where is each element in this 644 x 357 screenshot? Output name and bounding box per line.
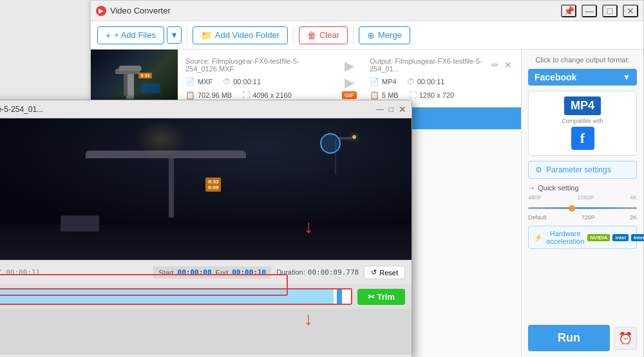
thumbnail-image: 0:33 [91, 50, 178, 107]
source-duration-prop: ⏱ 00:00:11 [223, 77, 261, 86]
trim-dialog: Filmplusgear-FX6-testfile-5-254_01... — … [0, 100, 412, 357]
file-thumbnail: 0:33 [91, 50, 178, 107]
output-format-icon: 📄 [370, 77, 379, 86]
toolbar-divider-1 [187, 26, 187, 44]
gif-badge: GIF [342, 91, 357, 99]
output-res-icon: ⛶ [409, 91, 417, 100]
output-resolution: 1280 x 720 [419, 91, 454, 99]
title-bar-left: ▶ Video Converter [96, 6, 171, 16]
duration-time: 00:00:09.778 [308, 268, 359, 277]
quality-current-val: 720P [582, 214, 595, 221]
output-duration-prop: ⏱ 00:00:11 [407, 77, 445, 86]
merge-button[interactable]: ⊕ Merge [359, 26, 410, 44]
add-icon: + [106, 30, 111, 41]
quality-min-label: 480P [528, 194, 542, 201]
intel-badge-1: intel [612, 234, 628, 241]
app-icon: ▶ [96, 6, 106, 16]
reset-icon: ↺ [371, 268, 377, 277]
dialog-minimize[interactable]: — [376, 105, 384, 114]
toolbar-divider-2 [293, 26, 294, 44]
format-name: Facebook [535, 72, 576, 82]
hw-icon: ⚡ [534, 233, 543, 242]
clip-area: Clip 1 00:00:09 [0, 309, 412, 354]
close-item-button[interactable]: ✕ [503, 59, 513, 71]
dialog-close-button[interactable]: ✕ [399, 104, 406, 114]
source-props-2: 📋 702.96 MB ⛶ 4096 x 2160 [185, 91, 329, 100]
scissors-icon: ✂ [368, 292, 375, 302]
alarm-button[interactable]: ⏰ [614, 327, 637, 350]
run-button[interactable]: Run [528, 325, 610, 351]
output-clock-icon: ⏱ [407, 77, 415, 86]
right-panel: Click to change output format: Facebook … [521, 50, 643, 357]
close-button[interactable]: ✕ [623, 5, 638, 17]
window-controls: 📌 — □ ✕ [561, 5, 638, 17]
clock-icon: ⏱ [223, 77, 231, 86]
source-resolution: 4096 x 2160 [252, 91, 292, 99]
street-light [335, 140, 336, 175]
add-folder-button[interactable]: 📁 Add Video Folder [193, 26, 288, 44]
source-props: 📄 MXF ⏱ 00:00:11 [185, 77, 329, 86]
output-top: Output: Filmplusgear-FX6-testfile-5-254_… [370, 57, 513, 73]
scene-sign: 0:330:09 [205, 178, 221, 192]
end-label: End [216, 269, 229, 277]
hardware-acceleration-button[interactable]: ⚡ Hardware acceleration NVIDIA intel Int… [528, 226, 637, 249]
clear-label: Clear [319, 30, 339, 40]
output-props: 📄 MP4 ⏱ 00:00:11 [370, 77, 513, 86]
duration-section: Duration: 00:00:09.778 [276, 268, 359, 277]
folder-icon: 📁 [201, 30, 212, 41]
reset-button[interactable]: ↺ Reset [364, 266, 405, 279]
trim-bar[interactable] [0, 288, 352, 305]
output-resolution-prop: ⛶ 1280 x 720 [409, 91, 454, 100]
size-icon: 📋 [185, 91, 195, 100]
dialog-titlebar: Filmplusgear-FX6-testfile-5-254_01... — … [0, 100, 412, 118]
dialog-title: Filmplusgear-FX6-testfile-5-254_01... [0, 105, 43, 114]
player-controls: ▶ ▶ 00:00:00 / 00:00:11 Start 00:00:00 E… [0, 260, 412, 284]
mp4-badge: MP4 [564, 96, 601, 115]
format-icon: 📄 [185, 77, 195, 86]
merge-label: Merge [378, 30, 402, 40]
merge-icon: ⊕ [367, 30, 375, 41]
quality-slider-thumb[interactable] [569, 205, 575, 212]
facebook-letter: f [580, 130, 585, 147]
output-size-icon: 📋 [370, 91, 379, 100]
output-path-label: Output: Filmplusgear-FX6-testfile-5-254_… [370, 57, 490, 73]
add-files-button[interactable]: + + Add Files [97, 26, 164, 44]
right-arrow-icon-2: ▶ [345, 75, 354, 90]
convert-arrow-section: ▶ ▶ GIF [337, 50, 362, 107]
add-files-label: + Add Files [114, 30, 156, 40]
format-selector[interactable]: Facebook ▼ [528, 69, 637, 86]
convert-arrow: ▶ ▶ GIF [342, 58, 357, 99]
quality-slider-track[interactable] [528, 207, 637, 209]
output-format: MP4 [382, 78, 397, 86]
thumb-pole [124, 73, 128, 96]
quality-high-val: 2K [630, 214, 637, 221]
edit-output-button[interactable]: ✏ [490, 59, 500, 71]
facebook-logo: f [571, 127, 594, 150]
night-scene: 0:330:09 [0, 118, 412, 260]
clear-button[interactable]: 🗑 Clear [299, 26, 348, 44]
pin-button[interactable]: 📌 [561, 5, 576, 17]
right-arrow-icon: ▶ [345, 58, 354, 73]
street-light-arm [339, 137, 352, 140]
source-size: 702.96 MB [198, 91, 232, 99]
quick-setting-section: → Quick setting 480P 1080P 4K Default 72… [528, 184, 637, 221]
source-format: MXF [198, 78, 213, 86]
thumb-car [141, 84, 160, 93]
nvidia-badge: NVIDIA [587, 234, 610, 241]
output-format-hint: Click to change output format: [528, 56, 637, 64]
trim-handle-right[interactable] [337, 289, 342, 304]
toolbar-divider-3 [353, 26, 354, 44]
minimize-button[interactable]: — [582, 5, 597, 17]
maximize-button[interactable]: □ [602, 5, 618, 17]
dialog-maximize[interactable]: □ [389, 105, 393, 114]
parameter-settings-button[interactable]: ⚙ Parameter settings [528, 161, 637, 179]
start-end-section: Start 00:00:00 End 00:00:10 [153, 266, 271, 279]
source-resolution-prop: ⛶ 4096 x 2160 [242, 91, 292, 100]
clear-icon: 🗑 [307, 30, 316, 41]
dropdown-add-button[interactable]: ▼ [167, 26, 182, 44]
format-dropdown-icon: ▼ [623, 73, 630, 82]
dialog-bottom: Tutorial > Ok No [0, 354, 412, 357]
scene-light-glow [135, 120, 187, 158]
output-actions: ✏ ✕ [490, 59, 513, 71]
trim-button[interactable]: ✂ Trim [357, 289, 405, 305]
